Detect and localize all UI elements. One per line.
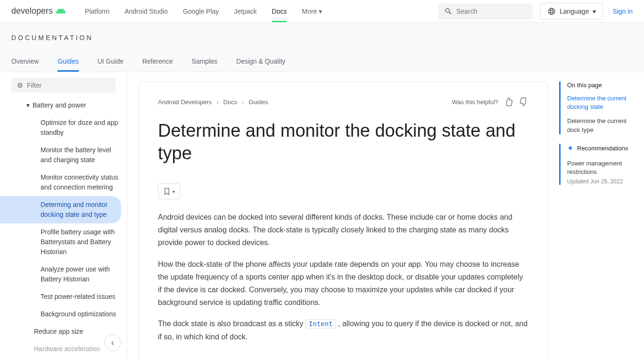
main-content: Android Developers › Docs › Guides Was t… — [127, 72, 559, 361]
toc-item-docking-state[interactable]: Determine the current docking state — [567, 94, 636, 111]
sparkle-icon: ✦ — [567, 144, 573, 153]
globe-icon — [547, 7, 556, 16]
chevron-down-icon: ▾ — [319, 8, 322, 15]
search-input[interactable] — [456, 8, 527, 15]
filter-box[interactable]: ⚙ — [11, 78, 116, 93]
top-nav: Platform Android Studio Google Play Jetp… — [85, 1, 438, 22]
logo[interactable]: developers — [11, 6, 66, 16]
chevron-right-icon: › — [242, 99, 244, 106]
filter-icon: ⚙ — [17, 82, 23, 89]
breadcrumb-item[interactable]: Guides — [249, 99, 268, 106]
toc-item-dock-type[interactable]: Determine the current dock type — [567, 117, 636, 134]
breadcrumb-item[interactable]: Android Developers — [158, 99, 212, 106]
toc-block: On this page Determine the current docki… — [559, 82, 636, 134]
article-paragraph: Android devices can be docked into sever… — [158, 211, 528, 249]
sidebar-item-historian[interactable]: Analyze power use with Battery Historian — [0, 261, 127, 288]
thumbs-down-icon[interactable] — [519, 97, 528, 107]
sidebar-collapse-button[interactable]: ‹ — [104, 334, 121, 351]
nav-docs[interactable]: Docs — [272, 1, 287, 22]
signin-link[interactable]: Sign in — [612, 8, 633, 15]
sidebar-item-battery-level[interactable]: Monitor the battery level and charging s… — [0, 141, 127, 169]
chevron-down-icon: ▾ — [593, 8, 596, 15]
right-toc: On this page Determine the current docki… — [559, 72, 644, 361]
tab-samples[interactable]: Samples — [192, 51, 217, 72]
sidebar-item-batterystats[interactable]: Profile battery usage with Batterystats … — [0, 223, 127, 261]
bookmark-button[interactable]: ▾ — [158, 183, 180, 199]
filter-input[interactable] — [27, 82, 110, 89]
chevron-down-icon: ▾ — [26, 100, 30, 110]
sidebar-item-background-opt[interactable]: Background optimizations — [0, 305, 127, 323]
nav-jetpack[interactable]: Jetpack — [234, 1, 256, 22]
article-paragraph: The dock state is also broadcast as a st… — [158, 317, 528, 343]
nav-more[interactable]: More ▾ — [302, 1, 322, 22]
breadcrumb-item[interactable]: Docs — [223, 99, 238, 106]
bookmark-icon — [163, 188, 171, 195]
sidebar-item-docking[interactable]: Determing and monitor docking state and … — [0, 196, 121, 223]
sidebar-item-test-power[interactable]: Test power-related issues — [0, 288, 127, 305]
inline-code[interactable]: Intent — [305, 319, 336, 329]
logo-text: developers — [11, 6, 53, 16]
doc-header: DOCUMENTATION Overview Guides UI Guide R… — [0, 23, 644, 72]
tab-guides[interactable]: Guides — [58, 51, 78, 72]
tab-design-quality[interactable]: Design & Quality — [236, 51, 285, 72]
chevron-down-icon: ▾ — [173, 189, 175, 194]
thumbs-up-icon[interactable] — [504, 97, 513, 107]
sidebar: ⚙ ▾ Battery and power Optimize for doze … — [0, 72, 127, 361]
tab-ui-guide[interactable]: UI Guide — [98, 51, 124, 72]
sidebar-item-doze[interactable]: Optimize for doze and app standby — [0, 114, 127, 141]
recommendation-item[interactable]: Power management restrictions — [567, 159, 636, 176]
nav-platform[interactable]: Platform — [85, 1, 109, 22]
android-icon — [56, 8, 66, 15]
article-paragraph: How the dock-state of the phone affects … — [158, 258, 528, 309]
nav-android-studio[interactable]: Android Studio — [124, 1, 168, 22]
recommendations-title: ✦ Recommendations — [567, 144, 636, 153]
helpful-widget: Was this helpful? — [452, 97, 528, 107]
helpful-label: Was this helpful? — [452, 99, 498, 106]
toc-title: On this page — [567, 82, 636, 89]
tab-overview[interactable]: Overview — [11, 51, 39, 72]
chevron-right-icon: › — [216, 99, 218, 106]
doc-tabs: Overview Guides UI Guide Reference Sampl… — [11, 51, 633, 72]
top-header: developers Platform Android Studio Googl… — [0, 0, 644, 23]
breadcrumb: Android Developers › Docs › Guides — [158, 99, 268, 106]
search-box[interactable] — [438, 3, 533, 19]
language-button[interactable]: Language ▾ — [540, 3, 603, 20]
tab-reference[interactable]: Reference — [142, 51, 173, 72]
recommendation-date: Updated Jun 29, 2022 — [567, 178, 636, 185]
sidebar-section-battery[interactable]: ▾ Battery and power — [0, 97, 127, 114]
sidebar-item-connectivity[interactable]: Monitor connectivity status and connecti… — [0, 169, 127, 196]
main-layout: ⚙ ▾ Battery and power Optimize for doze … — [0, 72, 644, 361]
page-title: Determine and monitor the docking state … — [158, 120, 528, 165]
recommendations-block: ✦ Recommendations Power management restr… — [559, 144, 636, 185]
chevron-left-icon: ‹ — [111, 338, 114, 348]
nav-google-play[interactable]: Google Play — [183, 1, 219, 22]
article-card: Android Developers › Docs › Guides Was t… — [139, 82, 548, 361]
search-icon — [444, 7, 453, 16]
doc-section-title: DOCUMENTATION — [11, 34, 633, 41]
